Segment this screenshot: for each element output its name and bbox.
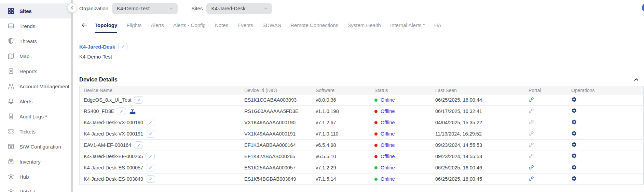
software-version: v7.1.0.110 xyxy=(316,131,374,137)
tab-notes[interactable]: Notes xyxy=(215,17,228,33)
table-row: K4-Jared-Desk-ES-000057 ES1K25AAAAA00005… xyxy=(80,162,643,173)
tab-remote-connections[interactable]: Remote Connections xyxy=(290,17,338,33)
tab-topology[interactable]: Topology xyxy=(95,17,117,33)
sidebar-item-label: Account Management xyxy=(19,84,69,89)
device-id: VX1K49AAAAA000191 xyxy=(244,131,316,137)
chevron-left-icon xyxy=(70,6,74,10)
portal-link-icon[interactable] xyxy=(529,108,534,114)
shield-icon xyxy=(7,37,15,45)
device-id: ES1K1CCABAA003093 xyxy=(244,97,316,103)
portal-link-icon[interactable] xyxy=(529,176,534,181)
status-link[interactable]: Offline xyxy=(381,108,395,114)
grid-icon xyxy=(7,7,15,15)
sidebar: SitesTrendsThreatsMapReportsAccount Mana… xyxy=(0,0,71,192)
tab-system-health[interactable]: System Health xyxy=(347,17,381,33)
status-dot xyxy=(374,144,378,147)
sidebar-collapse-button[interactable] xyxy=(67,3,77,13)
sidebar-item-trends[interactable]: Trends xyxy=(0,18,71,34)
page-content: K4-Jared-Desk K4-Demo-Test Device Detail… xyxy=(73,33,644,192)
sites-dropdown[interactable]: K4-Jared-Desk xyxy=(206,3,272,14)
sidebar-item-hub4[interactable]: Hub4 * xyxy=(0,184,71,192)
operations-gear-button[interactable] xyxy=(571,119,577,125)
status-link[interactable]: Online xyxy=(381,165,395,170)
software-version: v6.5.4.98 xyxy=(316,142,374,148)
tab-internal-alerts[interactable]: Internal Alerts * xyxy=(390,17,425,33)
column-header: Portal xyxy=(529,88,571,93)
sidebar-item-label: Audit Logs * xyxy=(19,114,47,119)
ticket-icon xyxy=(7,127,15,136)
operations-gear-button[interactable] xyxy=(571,108,577,114)
last-seen: 06/25/2025, 16:00:44 xyxy=(435,97,529,103)
tab-alerts[interactable]: Alerts xyxy=(151,17,164,33)
operations-gear-button[interactable] xyxy=(571,97,577,102)
portal-link-icon[interactable] xyxy=(529,131,534,136)
table-row: EAV1-AM-EF-000164 EF1K3AABBAA000164 v6.5… xyxy=(80,139,643,151)
portal-link-icon[interactable] xyxy=(529,142,534,148)
status-link[interactable]: Online xyxy=(381,176,395,182)
portal-link-icon[interactable] xyxy=(529,153,534,159)
section-collapse-chevron-icon[interactable] xyxy=(634,77,639,82)
organization-label: Organization xyxy=(79,5,108,11)
sidebar-item-label: Sites xyxy=(19,8,32,14)
tab-sdwan[interactable]: SDWAN xyxy=(262,17,281,33)
status-link[interactable]: Offline xyxy=(381,120,395,125)
edit-device-name-button[interactable] xyxy=(146,130,155,138)
operations-gear-button[interactable] xyxy=(571,142,577,148)
organization-dropdown-value: K4-Demo-Test xyxy=(117,5,150,11)
sidebar-item-s-w-configuration[interactable]: S/W Configuration xyxy=(0,139,71,154)
tab-alerts-config[interactable]: Alerts - Config xyxy=(173,17,206,33)
status-link[interactable]: Offline xyxy=(381,131,395,137)
edit-device-name-button[interactable] xyxy=(134,96,143,104)
back-arrow-icon[interactable] xyxy=(81,17,87,33)
operations-gear-button[interactable] xyxy=(571,130,577,136)
tab-bar: TopologyFlightsAlertsAlerts - ConfigNote… xyxy=(73,17,644,33)
sidebar-item-threats[interactable]: Threats xyxy=(0,34,71,49)
status-link[interactable]: Offline xyxy=(381,154,395,159)
operations-gear-button[interactable] xyxy=(571,164,577,170)
status-link[interactable]: Online xyxy=(381,97,395,103)
edit-device-name-button[interactable] xyxy=(117,107,126,115)
organization-dropdown[interactable]: K4-Demo-Test xyxy=(112,3,178,14)
tab-ha[interactable]: HA xyxy=(434,17,441,33)
portal-link-icon[interactable] xyxy=(529,165,534,170)
pencil-icon xyxy=(149,177,153,181)
edit-device-name-button[interactable] xyxy=(146,175,155,183)
last-seen: 04/04/2025, 15:35:22 xyxy=(435,120,529,125)
tab-flights[interactable]: Flights xyxy=(126,17,141,33)
operations-gear-button[interactable] xyxy=(571,153,577,159)
operations-gear-button[interactable] xyxy=(571,176,577,181)
last-seen: 09/23/2024, 14:55:53 xyxy=(435,154,529,159)
box-icon xyxy=(7,157,15,166)
sidebar-item-reports[interactable]: Reports xyxy=(0,64,71,79)
tab-events[interactable]: Events xyxy=(237,17,253,33)
sidebar-item-audit-logs[interactable]: Audit Logs * xyxy=(0,109,71,124)
edit-device-name-button[interactable] xyxy=(146,119,155,126)
edit-device-name-button[interactable] xyxy=(134,141,143,149)
status-link[interactable]: Offline xyxy=(381,142,395,148)
sidebar-item-hub[interactable]: Hub xyxy=(0,169,71,184)
device-id: ES1K54BGBAB003849 xyxy=(244,176,316,182)
sidebar-item-account-management[interactable]: Account Management xyxy=(0,79,71,94)
edit-device-name-button[interactable] xyxy=(146,164,155,171)
sidebar-item-map[interactable]: Map xyxy=(0,49,71,64)
app-window: SitesTrendsThreatsMapReportsAccount Mana… xyxy=(0,0,644,192)
site-name-link[interactable]: K4-Jared-Desk xyxy=(79,44,115,50)
device-id: ES1K25AAAAA000057 xyxy=(244,165,316,170)
report-icon xyxy=(7,67,15,75)
avatar[interactable] xyxy=(642,3,644,12)
device-name: K4-Jared-Desk-VX-000191 xyxy=(84,131,143,137)
sidebar-item-inventory[interactable]: Inventory xyxy=(0,154,71,169)
portal-link-icon[interactable] xyxy=(529,97,534,102)
sidebar-item-tickets[interactable]: Tickets xyxy=(0,124,71,139)
sidebar-item-alerts[interactable]: Alerts xyxy=(0,94,71,109)
edit-site-name-button[interactable] xyxy=(118,43,127,50)
table-row: K4-Jared-Desk-ES-003849 ES1K54BGBAB00384… xyxy=(80,173,643,184)
portal-link-icon[interactable] xyxy=(529,119,534,125)
map-icon xyxy=(7,52,15,60)
edit-device-name-button[interactable] xyxy=(146,153,155,160)
pencil-icon xyxy=(149,166,153,170)
device-id: RS1G00AAAAAA5FD3E xyxy=(244,108,316,114)
sidebar-item-label: Hub4 * xyxy=(19,189,35,192)
device-name: K4-Jared-Desk-EF-000265 xyxy=(84,154,143,159)
sidebar-item-sites[interactable]: Sites xyxy=(0,3,71,18)
